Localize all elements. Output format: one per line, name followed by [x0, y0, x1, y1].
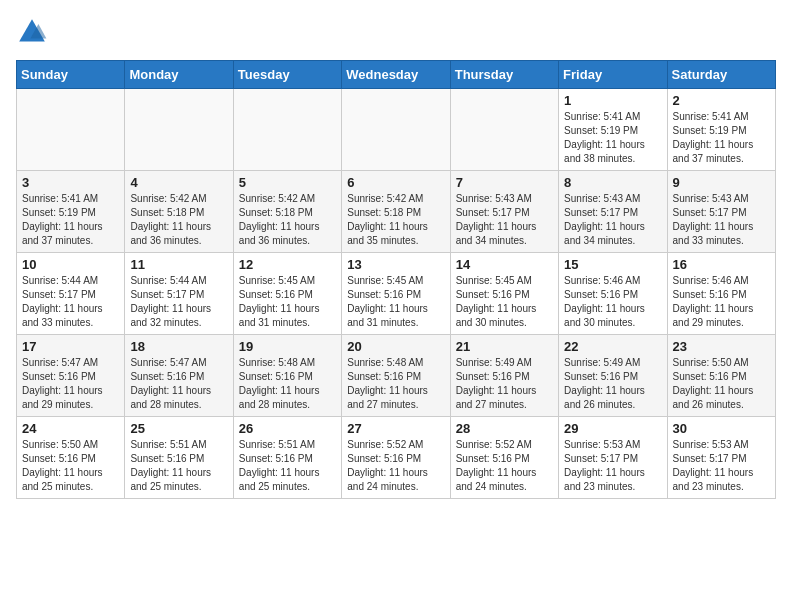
day-number: 29	[564, 421, 661, 436]
calendar-cell: 8Sunrise: 5:43 AM Sunset: 5:17 PM Daylig…	[559, 171, 667, 253]
day-info: Sunrise: 5:53 AM Sunset: 5:17 PM Dayligh…	[564, 438, 661, 494]
calendar-week-row: 10Sunrise: 5:44 AM Sunset: 5:17 PM Dayli…	[17, 253, 776, 335]
calendar-cell: 24Sunrise: 5:50 AM Sunset: 5:16 PM Dayli…	[17, 417, 125, 499]
weekday-header-thursday: Thursday	[450, 61, 558, 89]
day-info: Sunrise: 5:43 AM Sunset: 5:17 PM Dayligh…	[673, 192, 770, 248]
day-info: Sunrise: 5:46 AM Sunset: 5:16 PM Dayligh…	[673, 274, 770, 330]
calendar-cell: 17Sunrise: 5:47 AM Sunset: 5:16 PM Dayli…	[17, 335, 125, 417]
weekday-header-tuesday: Tuesday	[233, 61, 341, 89]
day-number: 23	[673, 339, 770, 354]
day-number: 10	[22, 257, 119, 272]
day-number: 4	[130, 175, 227, 190]
calendar-cell	[17, 89, 125, 171]
day-info: Sunrise: 5:51 AM Sunset: 5:16 PM Dayligh…	[239, 438, 336, 494]
day-number: 7	[456, 175, 553, 190]
calendar-table: SundayMondayTuesdayWednesdayThursdayFrid…	[16, 60, 776, 499]
weekday-header-sunday: Sunday	[17, 61, 125, 89]
calendar-cell: 1Sunrise: 5:41 AM Sunset: 5:19 PM Daylig…	[559, 89, 667, 171]
day-info: Sunrise: 5:45 AM Sunset: 5:16 PM Dayligh…	[239, 274, 336, 330]
day-number: 11	[130, 257, 227, 272]
calendar-cell: 16Sunrise: 5:46 AM Sunset: 5:16 PM Dayli…	[667, 253, 775, 335]
day-number: 25	[130, 421, 227, 436]
calendar-cell: 3Sunrise: 5:41 AM Sunset: 5:19 PM Daylig…	[17, 171, 125, 253]
calendar-cell: 19Sunrise: 5:48 AM Sunset: 5:16 PM Dayli…	[233, 335, 341, 417]
calendar-header-row: SundayMondayTuesdayWednesdayThursdayFrid…	[17, 61, 776, 89]
day-number: 19	[239, 339, 336, 354]
day-info: Sunrise: 5:42 AM Sunset: 5:18 PM Dayligh…	[130, 192, 227, 248]
calendar-cell: 22Sunrise: 5:49 AM Sunset: 5:16 PM Dayli…	[559, 335, 667, 417]
day-info: Sunrise: 5:45 AM Sunset: 5:16 PM Dayligh…	[347, 274, 444, 330]
weekday-header-saturday: Saturday	[667, 61, 775, 89]
calendar-cell: 25Sunrise: 5:51 AM Sunset: 5:16 PM Dayli…	[125, 417, 233, 499]
calendar-cell: 27Sunrise: 5:52 AM Sunset: 5:16 PM Dayli…	[342, 417, 450, 499]
calendar-cell: 23Sunrise: 5:50 AM Sunset: 5:16 PM Dayli…	[667, 335, 775, 417]
day-info: Sunrise: 5:41 AM Sunset: 5:19 PM Dayligh…	[22, 192, 119, 248]
day-info: Sunrise: 5:51 AM Sunset: 5:16 PM Dayligh…	[130, 438, 227, 494]
day-info: Sunrise: 5:42 AM Sunset: 5:18 PM Dayligh…	[347, 192, 444, 248]
day-info: Sunrise: 5:44 AM Sunset: 5:17 PM Dayligh…	[130, 274, 227, 330]
day-info: Sunrise: 5:52 AM Sunset: 5:16 PM Dayligh…	[456, 438, 553, 494]
day-number: 21	[456, 339, 553, 354]
calendar-cell: 14Sunrise: 5:45 AM Sunset: 5:16 PM Dayli…	[450, 253, 558, 335]
weekday-header-friday: Friday	[559, 61, 667, 89]
calendar-cell: 11Sunrise: 5:44 AM Sunset: 5:17 PM Dayli…	[125, 253, 233, 335]
day-number: 17	[22, 339, 119, 354]
calendar-cell: 18Sunrise: 5:47 AM Sunset: 5:16 PM Dayli…	[125, 335, 233, 417]
calendar-cell: 29Sunrise: 5:53 AM Sunset: 5:17 PM Dayli…	[559, 417, 667, 499]
day-number: 9	[673, 175, 770, 190]
calendar-cell: 4Sunrise: 5:42 AM Sunset: 5:18 PM Daylig…	[125, 171, 233, 253]
day-number: 22	[564, 339, 661, 354]
day-number: 16	[673, 257, 770, 272]
calendar-cell: 26Sunrise: 5:51 AM Sunset: 5:16 PM Dayli…	[233, 417, 341, 499]
day-info: Sunrise: 5:41 AM Sunset: 5:19 PM Dayligh…	[564, 110, 661, 166]
day-number: 26	[239, 421, 336, 436]
day-number: 27	[347, 421, 444, 436]
weekday-header-monday: Monday	[125, 61, 233, 89]
calendar-cell	[233, 89, 341, 171]
logo-icon	[16, 16, 48, 48]
day-number: 3	[22, 175, 119, 190]
calendar-cell: 12Sunrise: 5:45 AM Sunset: 5:16 PM Dayli…	[233, 253, 341, 335]
day-number: 20	[347, 339, 444, 354]
day-number: 14	[456, 257, 553, 272]
calendar-week-row: 24Sunrise: 5:50 AM Sunset: 5:16 PM Dayli…	[17, 417, 776, 499]
day-info: Sunrise: 5:48 AM Sunset: 5:16 PM Dayligh…	[239, 356, 336, 412]
day-info: Sunrise: 5:43 AM Sunset: 5:17 PM Dayligh…	[564, 192, 661, 248]
day-info: Sunrise: 5:48 AM Sunset: 5:16 PM Dayligh…	[347, 356, 444, 412]
day-number: 2	[673, 93, 770, 108]
calendar-cell	[342, 89, 450, 171]
calendar-cell: 10Sunrise: 5:44 AM Sunset: 5:17 PM Dayli…	[17, 253, 125, 335]
calendar-week-row: 3Sunrise: 5:41 AM Sunset: 5:19 PM Daylig…	[17, 171, 776, 253]
day-info: Sunrise: 5:49 AM Sunset: 5:16 PM Dayligh…	[564, 356, 661, 412]
day-info: Sunrise: 5:49 AM Sunset: 5:16 PM Dayligh…	[456, 356, 553, 412]
logo	[16, 16, 52, 48]
day-info: Sunrise: 5:41 AM Sunset: 5:19 PM Dayligh…	[673, 110, 770, 166]
calendar-cell: 6Sunrise: 5:42 AM Sunset: 5:18 PM Daylig…	[342, 171, 450, 253]
day-info: Sunrise: 5:44 AM Sunset: 5:17 PM Dayligh…	[22, 274, 119, 330]
calendar-cell: 2Sunrise: 5:41 AM Sunset: 5:19 PM Daylig…	[667, 89, 775, 171]
day-number: 13	[347, 257, 444, 272]
day-number: 5	[239, 175, 336, 190]
day-number: 30	[673, 421, 770, 436]
day-number: 24	[22, 421, 119, 436]
day-info: Sunrise: 5:42 AM Sunset: 5:18 PM Dayligh…	[239, 192, 336, 248]
calendar-cell: 15Sunrise: 5:46 AM Sunset: 5:16 PM Dayli…	[559, 253, 667, 335]
calendar-cell	[450, 89, 558, 171]
day-number: 8	[564, 175, 661, 190]
day-info: Sunrise: 5:47 AM Sunset: 5:16 PM Dayligh…	[22, 356, 119, 412]
day-number: 1	[564, 93, 661, 108]
day-info: Sunrise: 5:50 AM Sunset: 5:16 PM Dayligh…	[673, 356, 770, 412]
calendar-cell: 30Sunrise: 5:53 AM Sunset: 5:17 PM Dayli…	[667, 417, 775, 499]
day-number: 15	[564, 257, 661, 272]
calendar-cell: 9Sunrise: 5:43 AM Sunset: 5:17 PM Daylig…	[667, 171, 775, 253]
day-info: Sunrise: 5:53 AM Sunset: 5:17 PM Dayligh…	[673, 438, 770, 494]
calendar-cell: 7Sunrise: 5:43 AM Sunset: 5:17 PM Daylig…	[450, 171, 558, 253]
calendar-cell: 21Sunrise: 5:49 AM Sunset: 5:16 PM Dayli…	[450, 335, 558, 417]
weekday-header-wednesday: Wednesday	[342, 61, 450, 89]
day-info: Sunrise: 5:52 AM Sunset: 5:16 PM Dayligh…	[347, 438, 444, 494]
calendar-cell: 20Sunrise: 5:48 AM Sunset: 5:16 PM Dayli…	[342, 335, 450, 417]
day-info: Sunrise: 5:43 AM Sunset: 5:17 PM Dayligh…	[456, 192, 553, 248]
day-info: Sunrise: 5:46 AM Sunset: 5:16 PM Dayligh…	[564, 274, 661, 330]
day-number: 28	[456, 421, 553, 436]
calendar-week-row: 1Sunrise: 5:41 AM Sunset: 5:19 PM Daylig…	[17, 89, 776, 171]
